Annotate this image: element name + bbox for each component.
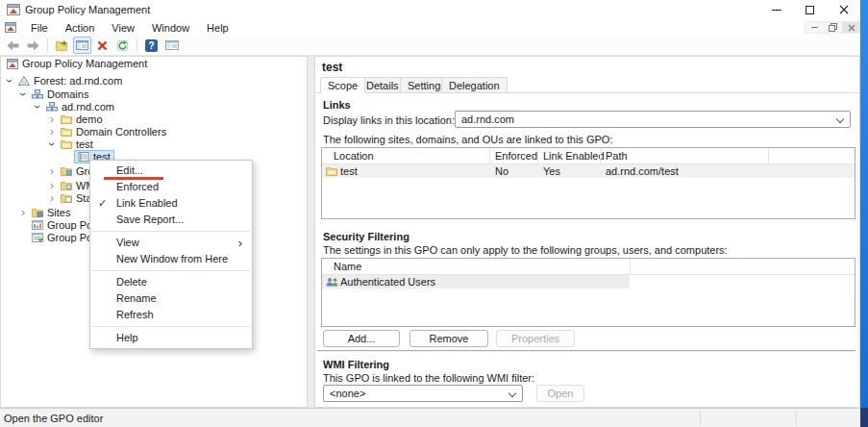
tree-label: demo xyxy=(76,113,103,125)
tree-label: test xyxy=(76,138,93,150)
menu-item-view[interactable]: View xyxy=(90,235,252,251)
chevron-expanded-icon[interactable] xyxy=(32,100,43,113)
menu-item-help[interactable]: Help xyxy=(90,330,252,346)
menu-item-delete[interactable]: Delete xyxy=(90,274,252,290)
menu-item-link-enabled[interactable]: Link Enabled xyxy=(90,195,252,212)
app-icon xyxy=(7,3,20,15)
results-icon xyxy=(32,233,43,242)
tree-label: Group Policy Management xyxy=(22,58,147,69)
location-combobox[interactable]: ad.rnd.com xyxy=(455,111,851,128)
menu-item-new-window[interactable]: New Window from Here xyxy=(90,251,252,267)
column-divider[interactable] xyxy=(489,148,490,164)
back-icon[interactable] xyxy=(4,37,22,54)
chevron-collapsed-icon[interactable] xyxy=(16,207,30,218)
mdi-close-icon[interactable] xyxy=(842,22,860,33)
tree-item-forest[interactable]: Forest: ad.rnd.com xyxy=(3,74,122,88)
display-links-label: Display links in this location: xyxy=(323,114,455,126)
menu-view[interactable]: View xyxy=(103,21,143,35)
mdi-minimize-icon[interactable] xyxy=(806,22,824,33)
links-table-row[interactable]: test No Yes ad.rnd.com/test xyxy=(322,164,855,178)
security-table-row[interactable]: Authenticated Users xyxy=(322,275,630,289)
column-divider[interactable] xyxy=(537,148,538,164)
tree-item-domains[interactable]: Domains xyxy=(16,88,88,101)
column-enforced[interactable]: Enforced xyxy=(495,150,537,162)
starter-folder-icon xyxy=(61,193,72,203)
column-divider[interactable] xyxy=(768,148,769,164)
menu-item-save-report[interactable]: Save Report... xyxy=(90,212,252,228)
column-location[interactable]: Location xyxy=(334,150,374,162)
context-menu: Edit... Enforced Link Enabled Save Repor… xyxy=(89,160,253,349)
status-pane-divider xyxy=(796,411,797,426)
forward-icon[interactable] xyxy=(24,37,42,54)
chevron-collapsed-icon[interactable] xyxy=(45,180,59,191)
chevron-collapsed-icon[interactable] xyxy=(45,192,59,204)
toolbar-separator xyxy=(136,38,137,52)
remove-button[interactable]: Remove xyxy=(409,330,488,347)
column-name[interactable]: Name xyxy=(334,261,361,272)
pane-splitter[interactable] xyxy=(308,56,314,408)
chevron-collapsed-icon[interactable] xyxy=(45,126,59,138)
column-link-enabled[interactable]: Link Enabled xyxy=(543,150,605,162)
menu-action[interactable]: Action xyxy=(57,21,104,35)
export-list-folder-icon[interactable] xyxy=(53,37,71,54)
wmi-folder-icon xyxy=(61,181,72,190)
wmi-filter-combobox[interactable]: <none> xyxy=(323,385,523,402)
chevron-expanded-icon[interactable] xyxy=(17,88,29,101)
tree-item-ou-domain-controllers[interactable]: Domain Controllers xyxy=(45,125,166,138)
links-table-header: Location Enforced Link Enabled Path xyxy=(322,148,855,164)
column-divider[interactable] xyxy=(600,148,601,164)
chevron-collapsed-icon[interactable] xyxy=(45,165,59,177)
tree-item-group-policy-management[interactable]: Group Policy Management xyxy=(7,57,147,70)
tree-item-sites[interactable]: Sites xyxy=(16,206,70,219)
desktop-background-strip-dark xyxy=(860,408,868,427)
cell-name: Authenticated Users xyxy=(340,276,435,288)
menu-help[interactable]: Help xyxy=(198,21,237,35)
mdi-restore-icon[interactable] xyxy=(824,22,842,33)
chevron-down-icon xyxy=(836,115,844,123)
security-table-header: Name xyxy=(322,259,855,275)
links-heading: Links xyxy=(323,99,351,111)
menu-item-enforced[interactable]: Enforced xyxy=(90,179,252,195)
menu-item-rename[interactable]: Rename xyxy=(90,290,252,307)
domain-icon xyxy=(46,102,58,112)
new-window-icon[interactable] xyxy=(162,37,181,54)
tree-item-ou-test[interactable]: test xyxy=(45,138,93,151)
tree-item-domain-ad-rnd-com[interactable]: ad.rnd.com xyxy=(31,100,114,113)
menu-window[interactable]: Window xyxy=(143,21,198,35)
refresh-icon[interactable] xyxy=(113,37,132,54)
menu-file[interactable]: File xyxy=(22,21,57,35)
users-icon xyxy=(326,277,338,287)
show-hide-console-tree-icon[interactable] xyxy=(73,37,91,54)
close-icon[interactable] xyxy=(827,0,860,19)
minimize-icon[interactable] xyxy=(759,0,793,19)
links-caption: The following sites, domains, and OUs ar… xyxy=(323,134,612,145)
column-divider[interactable] xyxy=(630,259,631,275)
chevron-expanded-icon[interactable] xyxy=(46,138,58,151)
tab-scope[interactable]: Scope xyxy=(320,77,365,93)
add-button[interactable]: Add... xyxy=(323,330,400,347)
title-bar: Group Policy Management xyxy=(0,0,860,19)
column-path[interactable]: Path xyxy=(606,150,628,162)
tree-label: ad.rnd.com xyxy=(62,101,114,113)
help-icon[interactable] xyxy=(142,37,161,54)
maximize-icon[interactable] xyxy=(793,0,827,19)
tree-label: Domains xyxy=(47,88,88,100)
menu-separator xyxy=(92,270,250,271)
section-divider xyxy=(317,350,856,352)
tree-label: Sites xyxy=(47,207,70,218)
tree-item-ou-demo[interactable]: demo xyxy=(45,113,103,126)
ou-folder-icon xyxy=(61,114,72,124)
wmi-filter-value: <none> xyxy=(330,388,365,399)
status-pane-divider xyxy=(700,411,701,426)
chevron-expanded-icon[interactable] xyxy=(4,74,15,88)
delete-icon[interactable] xyxy=(93,37,112,54)
red-annotation-underline xyxy=(104,177,163,180)
cell-location: test xyxy=(340,165,358,177)
window-controls xyxy=(759,0,860,19)
forest-icon xyxy=(18,76,30,86)
links-table: Location Enforced Link Enabled Path test… xyxy=(321,147,856,219)
properties-button: Properties xyxy=(496,330,575,347)
menu-item-refresh[interactable]: Refresh xyxy=(90,307,252,323)
chevron-collapsed-icon[interactable] xyxy=(45,113,59,125)
tab-delegation[interactable]: Delegation xyxy=(441,77,508,92)
